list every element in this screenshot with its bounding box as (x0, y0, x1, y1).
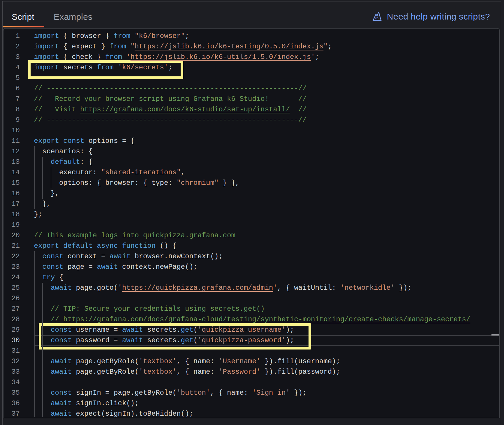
svg-text:k6: k6 (375, 16, 378, 20)
